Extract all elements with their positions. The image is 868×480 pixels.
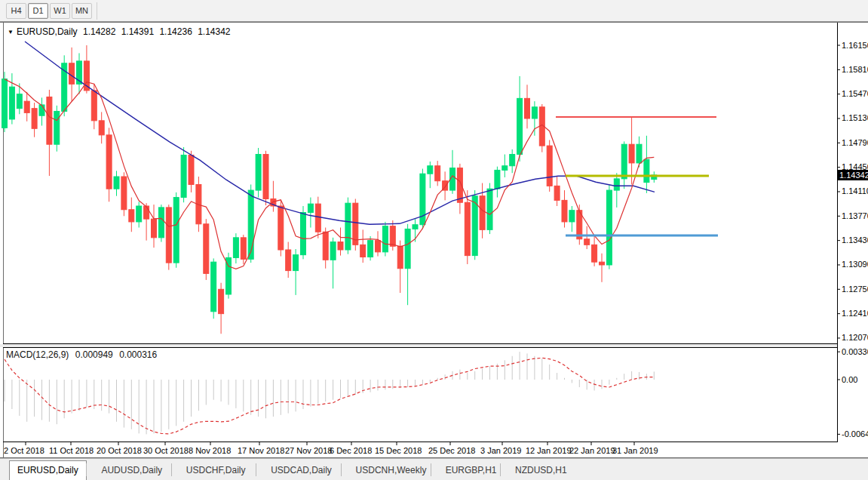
candle [32,109,37,129]
candle [435,166,440,181]
ohlc-close: 1.14342 [198,26,230,37]
candle [323,232,328,260]
date-axis-label: 27 Nov 2018 [285,446,332,455]
candle [569,211,575,222]
candle [91,91,97,121]
price-axis-label: 1.12750 [842,285,868,294]
candle [204,224,209,274]
candle [173,198,179,263]
candle [614,179,619,190]
candle [390,226,395,247]
chart-tab-usdcad[interactable]: USDCAD,Daily [263,461,339,480]
chart-canvas[interactable] [0,0,868,458]
candle [24,101,29,112]
candle [219,289,224,313]
candle [315,204,321,232]
price-axis-label: 1.15130 [842,113,868,122]
chart-tab-usdchf[interactable]: USDCHF,Daily [179,461,253,480]
candle [502,166,508,171]
date-axis-label: 8 Nov 2018 [189,446,231,455]
candle [233,238,238,258]
chart-tab-nzdusd[interactable]: NZDUSD,H1 [508,461,575,480]
chart-tab-audusd[interactable]: AUDUSD,Daily [94,461,170,480]
tab-separator [500,463,501,476]
date-axis-label: 25 Dec 2018 [428,446,475,455]
candle [17,94,22,109]
macd-axis-label: 0.00 [842,375,857,384]
date-axis-label: 22 Jan 2019 [569,446,615,455]
date-axis-label: 15 Dec 2018 [375,446,422,455]
price-axis-label: 1.13090 [842,260,868,269]
candle [301,213,306,255]
candle [54,111,60,144]
candle [121,177,127,210]
chart-tab-eurgbp[interactable]: EURGBP,H1 [438,461,505,480]
candle [114,177,119,189]
price-axis-label: 1.15470 [842,89,868,98]
tab-separator [256,463,256,476]
candle [525,98,530,118]
price-axis-label: 1.16150 [842,41,868,50]
date-axis-label: 11 Oct 2018 [49,446,94,455]
candle [428,166,433,174]
candle [263,155,268,199]
candle [554,186,560,200]
candle [39,105,44,115]
candle [308,204,313,212]
mt4-window: H4D1W1MN ▼EURUSD,Daily 1.14282 1.14391 1… [0,0,868,480]
date-axis-label: 2 Oct 2018 [4,446,44,455]
panel-splitter[interactable] [0,344,837,347]
candle [368,241,373,257]
candle [338,242,343,250]
candle [353,203,358,245]
chevron-down-icon: ▼ [8,29,14,35]
candle [413,225,418,229]
date-axis-label: 30 Oct 2018 [143,446,189,455]
chart-tab-usdcnh[interactable]: USDCNH,Weekly [348,461,434,480]
candle [495,170,500,189]
macd-value: 0.000949 [75,349,113,360]
price-axis-label: 1.12070 [842,333,868,342]
price-axis-label: 1.13770 [842,211,868,220]
candle [144,206,149,219]
candle [345,203,351,250]
macd-label: MACD(12,26,9) [6,349,69,360]
candle [152,219,157,238]
chart-tab-bar: EURUSD,DailyAUDUSD,DailyUSDCHF,DailyUSDC… [0,458,868,480]
candle [9,87,14,119]
current-price-badge: 1.14342 [838,170,868,180]
candle [136,206,142,222]
tab-separator [431,463,431,476]
candle [189,155,194,184]
candle [465,202,470,255]
price-axis-label: 1.12410 [842,309,868,318]
ohlc-high: 1.14391 [121,26,154,37]
candle [106,135,112,189]
ohlc-open: 1.14282 [83,26,115,37]
candle [181,155,186,197]
candle [510,155,515,166]
candle [47,97,52,144]
candle [629,144,634,163]
candle [241,238,246,260]
date-axis-label: 12 Jan 2019 [526,446,572,455]
macd-axis-label: 0.003306 [842,347,868,356]
candle [382,226,388,252]
candle [286,250,291,271]
candle [487,189,492,229]
candle [480,196,485,230]
candle [330,242,336,260]
date-axis-label: 31 Jan 2019 [612,446,658,455]
chart-tab-eurusd[interactable]: EURUSD,Daily [9,460,87,480]
candle [69,63,75,85]
tab-separator [171,463,172,476]
candle [397,246,403,268]
date-axis-label: 6 Dec 2018 [330,446,372,455]
candle [644,159,649,182]
candle [592,245,597,262]
candle [360,245,366,257]
date-axis-label: 17 Nov 2018 [238,446,284,455]
price-axis-label: 1.14790 [842,138,868,147]
candle [600,262,605,265]
chart-title: ▼EURUSD,Daily 1.14282 1.14391 1.14236 1.… [8,26,234,37]
